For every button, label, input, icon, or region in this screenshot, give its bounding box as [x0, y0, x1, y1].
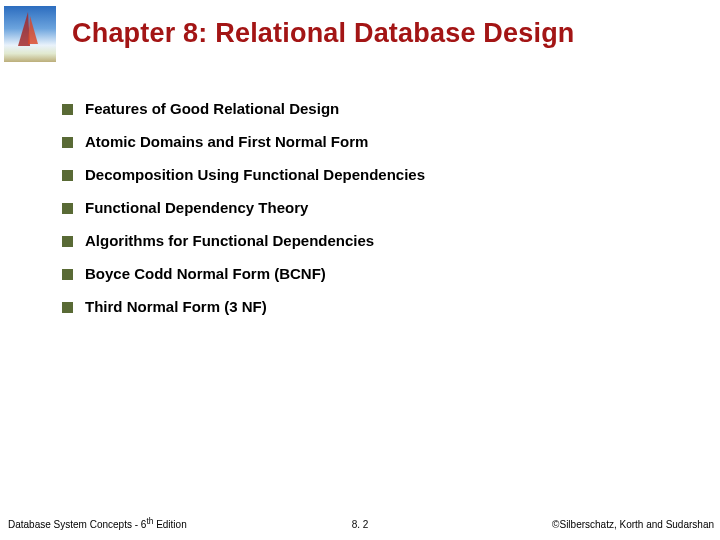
list-item: Atomic Domains and First Normal Form — [62, 133, 690, 150]
bullet-text: Boyce Codd Normal Form (BCNF) — [85, 265, 326, 282]
book-logo — [4, 6, 56, 62]
list-item: Third Normal Form (3 NF) — [62, 298, 690, 315]
square-bullet-icon — [62, 236, 73, 247]
logo-sail-right — [28, 16, 38, 44]
square-bullet-icon — [62, 302, 73, 313]
square-bullet-icon — [62, 104, 73, 115]
list-item: Boyce Codd Normal Form (BCNF) — [62, 265, 690, 282]
list-item: Decomposition Using Functional Dependenc… — [62, 166, 690, 183]
square-bullet-icon — [62, 203, 73, 214]
slide: Chapter 8: Relational Database Design Fe… — [0, 0, 720, 540]
square-bullet-icon — [62, 137, 73, 148]
slide-title: Chapter 8: Relational Database Design — [72, 18, 704, 49]
list-item: Functional Dependency Theory — [62, 199, 690, 216]
bullet-text: Algorithms for Functional Dependencies — [85, 232, 374, 249]
list-item: Features of Good Relational Design — [62, 100, 690, 117]
list-item: Algorithms for Functional Dependencies — [62, 232, 690, 249]
slide-footer: Database System Concepts - 6th Edition 8… — [0, 514, 720, 530]
bullet-text: Decomposition Using Functional Dependenc… — [85, 166, 425, 183]
bullet-text: Features of Good Relational Design — [85, 100, 339, 117]
square-bullet-icon — [62, 170, 73, 181]
footer-right: ©Silberschatz, Korth and Sudarshan — [552, 519, 714, 530]
slide-body: Features of Good Relational Design Atomi… — [62, 100, 690, 331]
bullet-text: Third Normal Form (3 NF) — [85, 298, 267, 315]
square-bullet-icon — [62, 269, 73, 280]
bullet-text: Atomic Domains and First Normal Form — [85, 133, 368, 150]
bullet-text: Functional Dependency Theory — [85, 199, 308, 216]
